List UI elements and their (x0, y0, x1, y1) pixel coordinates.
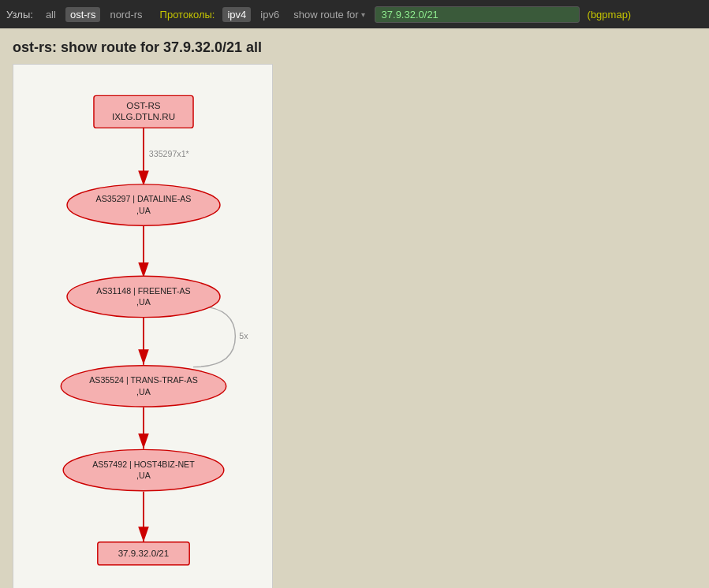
node-ost-rs: OST-RS IXLG.DTLN.RU (94, 95, 193, 128)
node-as35297-label1: AS35297 | DATALINE-AS (96, 194, 192, 203)
node-ost-rs-button[interactable]: ost-rs (65, 7, 101, 22)
page-heading: ost-rs: show route for 37.9.32.0/21 all (0, 28, 709, 64)
show-route-dropdown-button[interactable]: show route for ▾ (289, 7, 369, 22)
node-as57492-label1: AS57492 | HOST4BIZ-NET (92, 460, 195, 469)
proto-ipv6-button[interactable]: ipv6 (256, 7, 284, 22)
edge-label-root-as35297: 335297x1* (149, 149, 189, 158)
node-as31148: AS31148 | FREENET-AS ,UA (67, 276, 220, 317)
route-input[interactable] (375, 6, 580, 23)
proto-ipv4-button[interactable]: ipv4 (222, 7, 251, 22)
node-ost-rs-label1: OST-RS (126, 100, 161, 110)
node-as35297: AS35297 | DATALINE-AS ,UA (67, 184, 220, 225)
node-destination: 37.9.32.0/21 (98, 542, 189, 565)
node-as31148-label2: ,UA (136, 297, 151, 307)
route-graph: 335297x1* 5x OST-RS IXLG.DTLN.RU AS35297… (29, 80, 258, 585)
node-as35297-label2: ,UA (136, 206, 151, 215)
node-as35524-label2: ,UA (136, 387, 151, 396)
node-ost-rs-label2: IXLG.DTLN.RU (112, 111, 175, 121)
topbar: Узлы: all ost-rs nord-rs Протоколы: ipv4… (0, 0, 709, 28)
loop-label: 5x (239, 331, 248, 341)
node-nord-rs-button[interactable]: nord-rs (105, 7, 147, 22)
node-all-button[interactable]: all (41, 7, 61, 22)
node-as57492-label2: ,UA (136, 471, 151, 480)
bgpmap-link[interactable]: (bgpmap) (588, 9, 632, 20)
graph-container: 335297x1* 5x OST-RS IXLG.DTLN.RU AS35297… (13, 64, 273, 588)
show-route-label: show route for (293, 9, 358, 20)
dropdown-arrow-icon: ▾ (361, 10, 365, 19)
node-as57492: AS57492 | HOST4BIZ-NET ,UA (63, 449, 224, 490)
node-dest-label: 37.9.32.0/21 (118, 548, 170, 558)
node-as31148-label1: AS31148 | FREENET-AS (96, 286, 190, 296)
protocols-label: Протоколы: (160, 9, 215, 20)
loop-arc (193, 306, 235, 367)
nodes-label: Узлы: (6, 9, 33, 20)
node-as35524-label1: AS35524 | TRANS-TRAF-AS (89, 375, 198, 385)
node-as35524: AS35524 | TRANS-TRAF-AS ,UA (61, 366, 226, 407)
